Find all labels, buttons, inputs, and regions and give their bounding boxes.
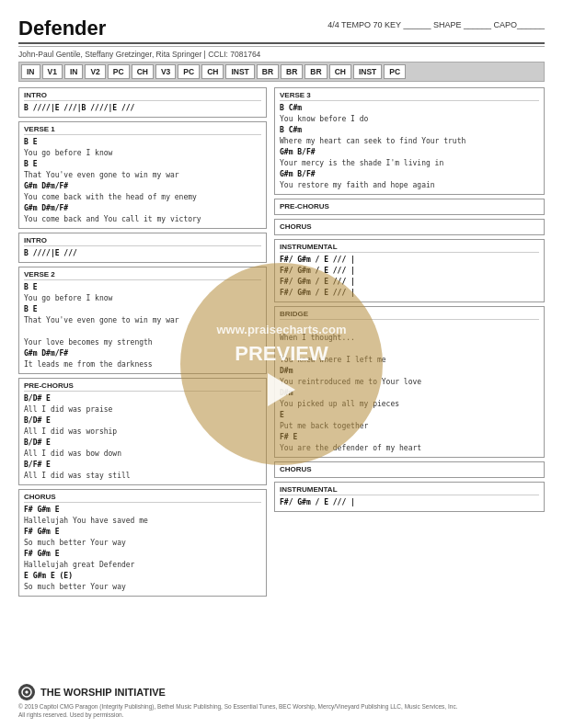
lyric-line: When I thought... [280,333,539,344]
chord-line: F# G#m E [24,505,261,516]
chord-line: B C#m [280,125,539,136]
chord-line: G#m D#m/F# [24,181,261,192]
lyric-line: You come back with the head of my enemy [24,192,261,203]
chord-line [280,322,539,333]
divider-sub [18,46,545,47]
lyric-line: You reintroduced me to Your love [280,377,539,388]
section-label-verse1: VERSE 1 [24,125,261,135]
chord-line: E G#m E (E) [24,571,261,582]
section-label-bridge: BRIDGE [280,310,539,320]
song-credits: John-Paul Gentile, Steffany Gretzinger, … [18,50,545,59]
section-chorus3: CHORUS [274,461,545,478]
lyric-line: Your mercy is the shade I'm living in [280,158,539,169]
nav-item-br-11[interactable]: BR [281,64,303,79]
lyric-line: All I did was praise [24,404,261,415]
section-chorus2: CHORUS [274,219,545,235]
section-label-instrumental2: INSTRUMENTAL [280,485,539,495]
main-content: INTROB ////|E ///|B ////|E ///VERSE 1B E… [18,87,545,600]
lyric-line: Put me back together [280,421,539,432]
chord-line: B E [24,282,261,293]
chord-line: G#m B/F# [280,169,539,180]
lyric-line: You picked up all my pieces [280,399,539,410]
lyric-line: You knew where I left me [280,355,539,366]
lyric-line: Where my heart can seek to find Your tru… [280,136,539,147]
section-bridge: BRIDGE When I thought... You knew where … [274,306,545,458]
org-logo-icon [21,687,32,698]
lyric-line: That You've even gone to win my war [24,170,261,181]
chord-line: F#/ G#m / E /// | [280,288,539,299]
section-content-prechorus1: B/D# EAll I did was praise B/D# EAll I d… [24,393,261,482]
nav-item-br-10[interactable]: BR [257,64,279,79]
lyric-line: So much better Your way [24,582,261,593]
nav-item-in-2[interactable]: IN [64,64,84,79]
lyric-line: You come back and You call it my victory [24,214,261,225]
nav-item-v2-3[interactable]: V2 [85,64,105,79]
footer-rights: All rights reserved. Used by permission. [18,711,545,719]
section-verse2: VERSE 2B EYou go before I know B EThat Y… [18,267,267,374]
nav-item-inst-9[interactable]: INST [225,64,254,79]
lyric-line: All I did was stay still [24,471,261,482]
nav-item-br-12[interactable]: BR [304,64,327,79]
lyric-line: It leads me from the darkness [24,359,261,370]
lyric-line: You go before I know [24,148,261,159]
lyric-line: Your love becomes my strength [24,337,261,348]
divider-top [18,42,545,44]
chord-line: B/D# E [24,438,261,449]
chord-line: F#/ G#m / E /// | [280,277,539,288]
section-label-instrumental: INSTRUMENTAL [280,243,539,253]
chord-line: F#/ G#m / E /// | [280,255,539,266]
chord-line: D#m [280,366,539,377]
chord-line: G#m D#m/F# [24,203,261,214]
section-instrumental: INSTRUMENTALF#/ G#m / E /// |F#/ G#m / E… [274,239,545,302]
chord-line: D#m [280,388,539,399]
chord-line: F#/ G#m / E /// | [280,497,539,508]
lyric-line: You are the defender of my heart [280,443,539,454]
nav-item-ch-8[interactable]: CH [201,64,224,79]
nav-item-in-0[interactable]: IN [21,64,40,79]
nav-item-pc-15[interactable]: PC [384,64,406,79]
chord-line: F# G#m E [24,549,261,560]
nav-item-ch-5[interactable]: CH [132,64,154,79]
right-column: VERSE 3B C#mYou know before I do B C#mWh… [274,87,545,600]
section-content-chorus1: F# G#m EHallelujah You have saved meF# G… [24,505,261,593]
section-label-intro2: INTRO [24,236,261,246]
section-label-verse2: VERSE 2 [24,270,261,280]
nav-item-ch-13[interactable]: CH [329,64,351,79]
org-logo [18,684,35,700]
org-name: THE WORSHIP INITIATIVE [40,687,166,698]
chord-line: F#/ G#m / E /// | [280,266,539,277]
section-label-prechorus1: PRE-CHORUS [24,381,261,392]
lyric-line: So much better Your way [24,538,261,549]
section-instrumental2: INSTRUMENTALF#/ G#m / E /// | [274,482,545,512]
nav-item-v3-6[interactable]: V3 [155,64,176,79]
chord-line: B E [24,159,261,170]
left-column: INTROB ////|E ///|B ////|E ///VERSE 1B E… [18,87,267,600]
section-content-verse3: B C#mYou know before I do B C#mWhere my … [280,103,539,191]
lyric-line: Hallelujah great Defender [24,560,261,571]
header: Defender 4/4 TEMPO 70 KEY ______ SHAPE _… [18,17,545,40]
nav-item-pc-4[interactable]: PC [108,64,130,79]
nav-item-v1-1[interactable]: V1 [42,64,63,79]
section-content-verse1: B EYou go before I know B EThat You've e… [24,137,261,225]
chord-line: E [280,410,539,421]
nav-item-pc-7[interactable]: PC [178,64,200,79]
chord-line: B ////|E /// [24,248,261,259]
lyric-line: You restore my faith and hope again [280,180,539,191]
chord-line: F# G#m E [24,527,261,538]
song-meta: 4/4 TEMPO 70 KEY ______ SHAPE ______ CAP… [327,17,545,29]
chord-line: G#m B/F# [280,147,539,158]
footer-logo-row: THE WORSHIP INITIATIVE [18,684,545,700]
chord-line: B/D# E [24,415,261,427]
nav-item-inst-14[interactable]: INST [353,64,382,79]
section-verse1: VERSE 1B EYou go before I know B EThat Y… [18,121,267,229]
section-content-instrumental2: F#/ G#m / E /// | [280,497,539,508]
chord-line: B E [24,304,261,315]
nav-bar: INV1INV2PCCHV3PCCHINSTBRBRBRCHINSTPC [18,62,545,82]
section-label-chorus1: CHORUS [24,493,261,503]
section-content-verse2: B EYou go before I know B EThat You've e… [24,282,261,370]
section-label-chorus2: CHORUS [280,222,539,232]
section-intro1: INTROB ////|E ///|B ////|E /// [18,87,267,118]
chord-line [280,344,539,355]
section-chorus1: CHORUSF# G#m EHallelujah You have saved … [18,489,267,597]
section-label-chorus3: CHORUS [280,465,539,474]
